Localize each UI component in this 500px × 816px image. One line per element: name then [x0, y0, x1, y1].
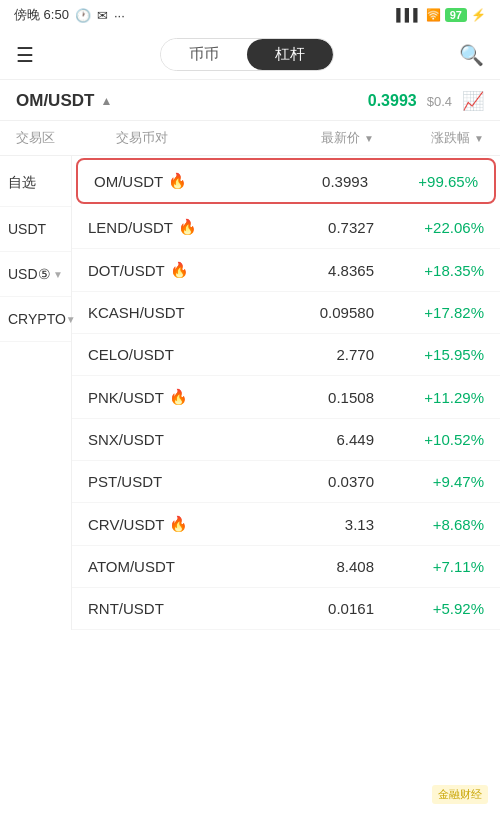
pair-label: DOT/USDT 🔥	[88, 261, 264, 279]
change-cell: +10.52%	[374, 431, 484, 448]
status-time-area: 傍晚 6:50 🕐 ✉ ···	[14, 6, 125, 24]
pair-label: RNT/USDT	[88, 600, 264, 617]
sidebar-label-crypto: CRYPTO	[8, 311, 66, 327]
flame-icon: 🔥	[169, 515, 188, 533]
col-header-price: 最新价 ▼	[264, 129, 374, 147]
pair-text: CELO/USDT	[88, 346, 174, 363]
change-cell: +5.92%	[374, 600, 484, 617]
pair-label: ATOM/USDT	[88, 558, 264, 575]
pair-text: KCASH/USDT	[88, 304, 185, 321]
sidebar-label-usdt: USDT	[8, 221, 46, 237]
table-row[interactable]: RNT/USDT 0.0161 +5.92%	[72, 588, 500, 630]
signal-icon: ▌▌▌	[396, 8, 422, 22]
table-row[interactable]: ATOM/USDT 8.408 +7.11%	[72, 546, 500, 588]
pair-label: PST/USDT	[88, 473, 264, 490]
col-header-pair: 交易币对	[116, 129, 264, 147]
pair-name[interactable]: OM/USDT ▲	[16, 91, 112, 111]
pair-text: SNX/USDT	[88, 431, 164, 448]
sidebar-label-usd: USD⑤	[8, 266, 51, 282]
price-cell: 0.7327	[264, 219, 374, 236]
pair-text: PST/USDT	[88, 473, 162, 490]
change-cell: +15.95%	[374, 346, 484, 363]
table-row[interactable]: KCASH/USDT 0.09580 +17.82%	[72, 292, 500, 334]
col-header-zone: 交易区	[16, 129, 116, 147]
table-row[interactable]: PST/USDT 0.0370 +9.47%	[72, 461, 500, 503]
change-cell: +9.47%	[374, 473, 484, 490]
pair-text: DOT/USDT	[88, 262, 165, 279]
top-nav: ☰ 币币 杠杆 🔍	[0, 30, 500, 80]
price-cell: 0.3993	[258, 173, 368, 190]
table-row[interactable]: CELO/USDT 2.770 +15.95%	[72, 334, 500, 376]
pair-text: ATOM/USDT	[88, 558, 175, 575]
main-content: 自选 USDT USD⑤ ▼ CRYPTO ▼ OM/USDT 🔥 0.3993…	[0, 156, 500, 630]
pair-label: CELO/USDT	[88, 346, 264, 363]
pair-text: PNK/USDT	[88, 389, 164, 406]
sidebar: 自选 USDT USD⑤ ▼ CRYPTO ▼	[0, 156, 72, 630]
status-time: 傍晚 6:50	[14, 6, 69, 24]
price-cell: 4.8365	[264, 262, 374, 279]
pair-label: KCASH/USDT	[88, 304, 264, 321]
price-cell: 3.13	[264, 516, 374, 533]
sidebar-label-watchlist: 自选	[8, 174, 36, 192]
pair-current-price: 0.3993	[368, 92, 417, 110]
change-cell: +7.11%	[374, 558, 484, 575]
table-row[interactable]: LEND/USDT 🔥 0.7327 +22.06%	[72, 206, 500, 249]
sidebar-item-watchlist[interactable]: 自选	[0, 160, 71, 207]
pair-text: OM/USDT	[94, 173, 163, 190]
ellipsis-icon: ···	[114, 8, 125, 23]
menu-icon[interactable]: ☰	[16, 43, 34, 67]
change-sort-icon[interactable]: ▼	[474, 133, 484, 144]
charging-icon: ⚡	[471, 8, 486, 22]
chart-icon[interactable]: 📈	[462, 90, 484, 112]
table-row[interactable]: SNX/USDT 6.449 +10.52%	[72, 419, 500, 461]
change-cell: +22.06%	[374, 219, 484, 236]
status-bar: 傍晚 6:50 🕐 ✉ ··· ▌▌▌ 🛜 97 ⚡	[0, 0, 500, 30]
price-cell: 0.1508	[264, 389, 374, 406]
price-cell: 2.770	[264, 346, 374, 363]
pair-price-area: 0.3993 $0.4 📈	[368, 90, 484, 112]
battery-level: 97	[445, 8, 467, 22]
pair-header: OM/USDT ▲ 0.3993 $0.4 📈	[0, 80, 500, 121]
pair-text: LEND/USDT	[88, 219, 173, 236]
change-cell: +18.35%	[374, 262, 484, 279]
tab-spot[interactable]: 币币	[161, 39, 247, 70]
price-cell: 0.0161	[264, 600, 374, 617]
change-cell: +17.82%	[374, 304, 484, 321]
message-icon: ✉	[97, 8, 108, 23]
change-cell: +11.29%	[374, 389, 484, 406]
usd-expand-icon: ▼	[53, 269, 63, 280]
tab-group: 币币 杠杆	[160, 38, 334, 71]
pair-label: LEND/USDT 🔥	[88, 218, 264, 236]
table-header: 交易区 交易币对 最新价 ▼ 涨跌幅 ▼	[0, 121, 500, 156]
rows-area: OM/USDT 🔥 0.3993 +99.65% LEND/USDT 🔥 0.7…	[72, 156, 500, 630]
table-row[interactable]: OM/USDT 🔥 0.3993 +99.65%	[76, 158, 496, 204]
change-cell: +8.68%	[374, 516, 484, 533]
table-row[interactable]: DOT/USDT 🔥 4.8365 +18.35%	[72, 249, 500, 292]
table-row[interactable]: CRV/USDT 🔥 3.13 +8.68%	[72, 503, 500, 546]
price-cell: 6.449	[264, 431, 374, 448]
pair-text: CRV/USDT	[88, 516, 164, 533]
flame-icon: 🔥	[170, 261, 189, 279]
price-cell: 8.408	[264, 558, 374, 575]
wifi-icon: 🛜	[426, 8, 441, 22]
price-cell: 0.09580	[264, 304, 374, 321]
col-header-change: 涨跌幅 ▼	[374, 129, 484, 147]
pair-usd-price: $0.4	[427, 94, 452, 109]
chevron-up-icon: ▲	[100, 94, 112, 108]
sidebar-item-usdt[interactable]: USDT	[0, 207, 71, 252]
table-row[interactable]: PNK/USDT 🔥 0.1508 +11.29%	[72, 376, 500, 419]
pair-label: CRV/USDT 🔥	[88, 515, 264, 533]
price-sort-icon[interactable]: ▼	[364, 133, 374, 144]
tab-margin[interactable]: 杠杆	[247, 39, 333, 70]
sidebar-item-crypto[interactable]: CRYPTO ▼	[0, 297, 71, 342]
pair-label: OM/USDT 🔥	[94, 172, 258, 190]
pair-label: PNK/USDT 🔥	[88, 388, 264, 406]
pair-name-text: OM/USDT	[16, 91, 94, 111]
search-icon[interactable]: 🔍	[459, 43, 484, 67]
watermark: 金融财经	[432, 785, 488, 804]
flame-icon: 🔥	[168, 172, 187, 190]
flame-icon: 🔥	[178, 218, 197, 236]
sidebar-item-usd[interactable]: USD⑤ ▼	[0, 252, 71, 297]
price-cell: 0.0370	[264, 473, 374, 490]
change-cell: +99.65%	[368, 173, 478, 190]
